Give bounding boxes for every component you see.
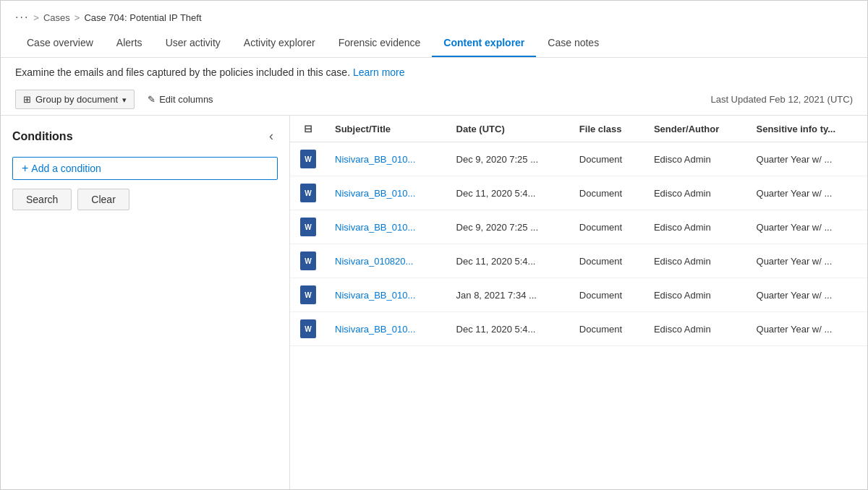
table-body: WNisivara_BB_010...Dec 9, 2020 7:25 ...D… [290, 142, 867, 346]
col-header-file-class[interactable]: File class [571, 116, 645, 142]
col-header-sender[interactable]: Sender/Author [645, 116, 748, 142]
collapse-panel-button[interactable] [265, 127, 278, 145]
tab-content-explorer[interactable]: Content explorer [432, 31, 536, 57]
content-table: ⊟ Subject/Title Date (UTC) File class Se… [290, 116, 867, 346]
table-row[interactable]: WNisivara_BB_010...Jan 8, 2021 7:34 ...D… [290, 278, 867, 312]
table-row[interactable]: WNisivara_010820...Dec 11, 2020 5:4...Do… [290, 244, 867, 278]
tab-user-activity[interactable]: User activity [154, 31, 232, 57]
row-file-class: Document [571, 278, 645, 312]
main-window: ··· > Cases > Case 704: Potential IP The… [0, 0, 868, 490]
breadcrumb: ··· > Cases > Case 704: Potential IP The… [1, 1, 867, 31]
row-date: Dec 9, 2020 7:25 ... [448, 210, 571, 244]
word-file-icon: W [300, 218, 316, 236]
tab-forensic-evidence[interactable]: Forensic evidence [327, 31, 433, 57]
row-icon-cell: W [290, 142, 326, 176]
chevron-left-icon [269, 130, 273, 142]
filter-icon[interactable]: ⊟ [304, 123, 312, 134]
row-subject[interactable]: Nisivara_BB_010... [326, 210, 448, 244]
table-row[interactable]: WNisivara_BB_010...Dec 9, 2020 7:25 ...D… [290, 210, 867, 244]
conditions-title: Conditions [12, 130, 73, 143]
group-by-button[interactable]: ⊞ Group by document [15, 90, 135, 109]
conditions-actions: Search Clear [12, 189, 278, 210]
last-updated-text: Last Updated Feb 12, 2021 (UTC) [710, 94, 853, 105]
row-sensitive: Quarter Year w/ ... [748, 312, 867, 346]
group-by-grid-icon: ⊞ [23, 94, 31, 105]
word-file-icon: W [300, 252, 316, 270]
table-header-row: ⊟ Subject/Title Date (UTC) File class Se… [290, 116, 867, 142]
breadcrumb-current-case: Case 704: Potential IP Theft [84, 12, 201, 23]
description-text: Examine the emails and files captured by… [15, 66, 350, 78]
tab-case-overview[interactable]: Case overview [15, 31, 105, 57]
row-sensitive: Quarter Year w/ ... [748, 176, 867, 210]
toolbar: ⊞ Group by document ✎ Edit columns Last … [1, 85, 867, 115]
breadcrumb-dots[interactable]: ··· [15, 11, 29, 24]
row-sensitive: Quarter Year w/ ... [748, 278, 867, 312]
main-area: Conditions + Add a condition Search Clea… [1, 115, 867, 489]
row-icon-cell: W [290, 312, 326, 346]
nav-tabs: Case overview Alerts User activity Activ… [1, 31, 867, 58]
breadcrumb-cases[interactable]: Cases [43, 12, 70, 23]
row-sender: Edisco Admin [645, 142, 748, 176]
row-file-class: Document [571, 142, 645, 176]
row-sender: Edisco Admin [645, 244, 748, 278]
row-subject[interactable]: Nisivara_010820... [326, 244, 448, 278]
add-condition-label: Add a condition [31, 163, 101, 174]
row-sensitive: Quarter Year w/ ... [748, 142, 867, 176]
row-date: Dec 11, 2020 5:4... [448, 244, 571, 278]
word-file-icon: W [300, 285, 316, 304]
row-sensitive: Quarter Year w/ ... [748, 210, 867, 244]
row-icon-cell: W [290, 210, 326, 244]
table-row[interactable]: WNisivara_BB_010...Dec 11, 2020 5:4...Do… [290, 312, 867, 346]
row-date: Jan 8, 2021 7:34 ... [448, 278, 571, 312]
table-row[interactable]: WNisivara_BB_010...Dec 9, 2020 7:25 ...D… [290, 142, 867, 176]
row-subject[interactable]: Nisivara_BB_010... [326, 278, 448, 312]
learn-more-link[interactable]: Learn more [353, 66, 405, 78]
word-file-icon: W [300, 150, 316, 168]
row-icon-cell: W [290, 278, 326, 312]
breadcrumb-sep2: > [75, 12, 80, 23]
edit-columns-icon: ✎ [148, 94, 156, 105]
word-file-icon: W [300, 184, 316, 202]
col-header-date[interactable]: Date (UTC) [448, 116, 571, 142]
row-file-class: Document [571, 312, 645, 346]
row-sender: Edisco Admin [645, 176, 748, 210]
row-sender: Edisco Admin [645, 210, 748, 244]
row-date: Dec 11, 2020 5:4... [448, 312, 571, 346]
word-file-icon: W [300, 319, 316, 338]
col-header-subject[interactable]: Subject/Title [326, 116, 448, 142]
edit-columns-button[interactable]: ✎ Edit columns [142, 90, 218, 108]
row-subject[interactable]: Nisivara_BB_010... [326, 176, 448, 210]
row-date: Dec 9, 2020 7:25 ... [448, 142, 571, 176]
conditions-header: Conditions [12, 127, 278, 145]
search-button[interactable]: Search [12, 189, 72, 210]
plus-icon: + [22, 162, 28, 175]
tab-activity-explorer[interactable]: Activity explorer [232, 31, 327, 57]
row-subject[interactable]: Nisivara_BB_010... [326, 142, 448, 176]
col-header-sensitive[interactable]: Sensitive info ty... [748, 116, 867, 142]
add-condition-button[interactable]: + Add a condition [12, 157, 278, 180]
description-bar: Examine the emails and files captured by… [1, 58, 867, 85]
row-icon-cell: W [290, 176, 326, 210]
row-subject[interactable]: Nisivara_BB_010... [326, 312, 448, 346]
row-sender: Edisco Admin [645, 312, 748, 346]
data-panel: ⊟ Subject/Title Date (UTC) File class Se… [290, 116, 867, 489]
col-header-icon: ⊟ [290, 116, 326, 142]
table-row[interactable]: WNisivara_BB_010...Dec 11, 2020 5:4...Do… [290, 176, 867, 210]
chevron-down-icon [122, 94, 127, 105]
row-file-class: Document [571, 210, 645, 244]
edit-columns-label: Edit columns [159, 94, 213, 105]
row-icon-cell: W [290, 244, 326, 278]
breadcrumb-sep1: > [33, 12, 39, 23]
clear-button[interactable]: Clear [77, 189, 129, 210]
tab-case-notes[interactable]: Case notes [536, 31, 610, 57]
tab-alerts[interactable]: Alerts [105, 31, 154, 57]
row-file-class: Document [571, 176, 645, 210]
conditions-panel: Conditions + Add a condition Search Clea… [1, 116, 290, 489]
row-sensitive: Quarter Year w/ ... [748, 244, 867, 278]
row-sender: Edisco Admin [645, 278, 748, 312]
row-date: Dec 11, 2020 5:4... [448, 176, 571, 210]
group-by-label: Group by document [35, 94, 118, 105]
row-file-class: Document [571, 244, 645, 278]
toolbar-left: ⊞ Group by document ✎ Edit columns [15, 90, 219, 109]
